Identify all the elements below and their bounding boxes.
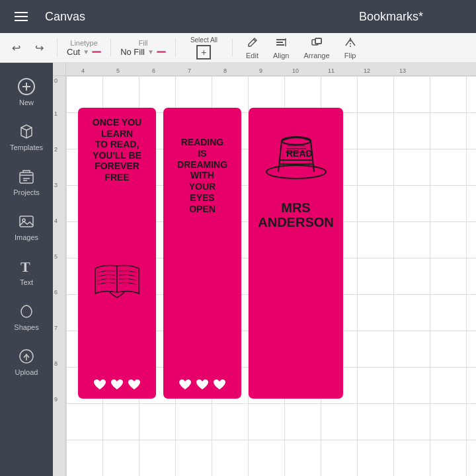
fill-color-icon: [157, 51, 166, 53]
projects-label: Projects: [13, 188, 40, 196]
ruler-h-label: 12: [364, 67, 370, 74]
chevron-down-icon2: ▼: [147, 48, 154, 56]
ruler-h-label: 5: [116, 67, 120, 74]
svg-rect-2: [276, 42, 283, 43]
flip-button[interactable]: Flip: [340, 34, 360, 62]
ruler-corner: [53, 63, 66, 76]
edit-icon: [247, 36, 258, 50]
edit-button[interactable]: Edit: [242, 34, 262, 62]
align-button[interactable]: Align: [269, 34, 293, 62]
ruler-v-label: 2: [54, 146, 58, 153]
sidebar-item-projects[interactable]: Projects: [0, 159, 53, 204]
navbar: Canvas Bookmarks*: [0, 0, 476, 33]
menu-icon: [15, 16, 28, 17]
heart-icon: [178, 379, 192, 391]
svg-rect-6: [315, 38, 321, 44]
svg-text:T: T: [20, 258, 30, 275]
ruler-v-label: 8: [54, 360, 58, 367]
bookmark3-name: MRSANDERSON: [258, 200, 333, 229]
bookmark1-hearts: [93, 379, 141, 391]
select-all-icon: +: [201, 47, 206, 58]
linetype-label: Linetype: [70, 39, 98, 47]
canvas-area[interactable]: 4 5 6 7 8 9 10 11 12 13 0 1 2 3 4 5 6: [53, 63, 476, 476]
arrange-label: Arrange: [303, 52, 329, 60]
text-icon: T: [17, 257, 36, 276]
bookmark2-hearts: [178, 379, 226, 391]
divider3: [175, 38, 176, 57]
ruler-v-label: 3: [54, 182, 58, 188]
linetype-value: Cut: [67, 47, 80, 57]
linetype-color-icon: [92, 51, 101, 53]
linetype-dropdown[interactable]: Cut ▼: [67, 47, 101, 57]
app-title: Canvas: [45, 10, 85, 24]
flip-label: Flip: [344, 52, 356, 60]
svg-rect-16: [20, 216, 33, 227]
arrange-icon: [311, 36, 323, 50]
new-label: New: [19, 99, 34, 106]
ruler-h-label: 10: [292, 67, 299, 74]
sidebar-item-text[interactable]: T Text: [0, 249, 53, 294]
projects-icon: [17, 167, 36, 186]
chevron-down-icon: ▼: [83, 48, 89, 56]
hat-icon: READ: [260, 122, 333, 195]
bookmark2-text: READINGISDREAMINGWITHYOUREYESOPEN: [177, 137, 227, 215]
fill-dropdown[interactable]: No Fill ▼: [120, 47, 166, 57]
sidebar: New Templates Projects: [0, 63, 53, 476]
sidebar-item-shapes[interactable]: Shapes: [0, 294, 53, 339]
divider4: [232, 38, 233, 57]
svg-rect-1: [276, 39, 286, 40]
ruler-h-label: 11: [328, 67, 335, 74]
svg-text:READ: READ: [286, 148, 313, 159]
bookmark1-text: ONCE YOULEARNTO READ,YOU'LL BEFOREVERFRE…: [93, 117, 141, 182]
menu-icon: [15, 12, 28, 13]
sidebar-item-templates[interactable]: Templates: [0, 114, 53, 159]
fill-value: No Fill: [120, 47, 145, 57]
linetype-section: Linetype Cut ▼: [67, 39, 101, 57]
bookmark3-hat: READ: [254, 122, 338, 195]
ruler-h-label: 13: [399, 67, 406, 74]
text-label: Text: [20, 278, 33, 286]
undo-button[interactable]: ↩: [8, 39, 24, 57]
svg-rect-13: [20, 173, 33, 183]
ruler-h-label: 8: [223, 67, 227, 74]
bookmark-2[interactable]: READINGISDREAMINGWITHYOUREYESOPEN: [163, 108, 241, 399]
sidebar-item-images[interactable]: Images: [0, 204, 53, 249]
edit-label: Edit: [246, 52, 258, 60]
divider: [57, 38, 58, 57]
divider2: [110, 38, 111, 57]
align-icon: [275, 36, 287, 50]
ruler-v-label: 6: [54, 289, 58, 296]
ruler-v-label: 5: [54, 253, 58, 260]
arrange-button[interactable]: Arrange: [299, 34, 333, 62]
ruler-v-label: 4: [54, 218, 58, 224]
ruler-v-label: 9: [54, 396, 58, 403]
ruler-h-label: 9: [259, 67, 262, 74]
select-all-label: Select All: [190, 36, 218, 44]
templates-label: Templates: [10, 143, 43, 151]
bookmark-3[interactable]: READ MRSANDERSON: [249, 108, 343, 399]
heart-icon: [93, 379, 106, 391]
redo-button[interactable]: ↪: [31, 39, 48, 57]
ruler-vertical: 0 1 2 3 4 5 6 7 8 9: [53, 76, 66, 476]
ruler-h-label: 6: [152, 67, 155, 74]
ruler-v-label: 7: [54, 325, 58, 331]
svg-rect-3: [276, 44, 284, 46]
main-area: New Templates Projects: [0, 63, 476, 476]
document-title: Bookmarks*: [359, 10, 423, 24]
sidebar-item-upload[interactable]: Upload: [0, 339, 53, 384]
ruler-v-label: 1: [54, 110, 58, 117]
menu-button[interactable]: [11, 8, 32, 25]
bookmark1-image: [83, 182, 151, 375]
heart-icon: [128, 379, 141, 391]
upload-label: Upload: [15, 368, 38, 376]
select-all-section: Select All +: [190, 36, 218, 60]
heart-icon: [110, 379, 124, 391]
sidebar-item-new[interactable]: New: [0, 69, 53, 114]
bookmark-1[interactable]: ONCE YOULEARNTO READ,YOU'LL BEFOREVERFRE…: [78, 108, 156, 399]
upload-icon: [17, 347, 36, 366]
ruler-v-label: 0: [54, 77, 58, 84]
book-icon: [90, 259, 144, 299]
shapes-icon: [17, 302, 36, 321]
select-all-button[interactable]: +: [196, 45, 211, 60]
fill-label: Fill: [138, 39, 147, 47]
